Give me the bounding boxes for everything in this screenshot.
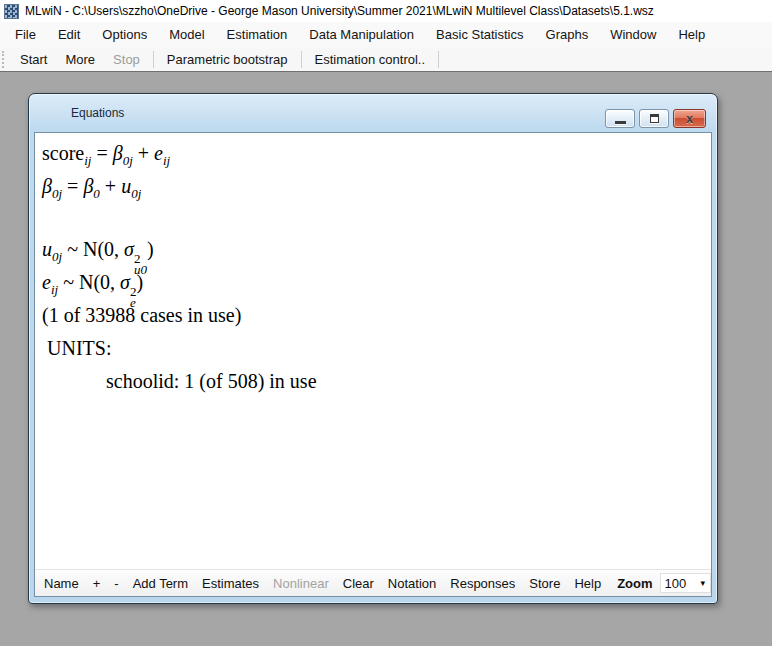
plus-button[interactable]: + <box>86 573 108 594</box>
equation-spacer <box>42 203 711 233</box>
eq-subscript: ij <box>163 153 170 168</box>
eq-term: e <box>154 142 163 164</box>
window-controls: x <box>605 109 706 128</box>
eq-term: β <box>113 142 123 164</box>
notation-button[interactable]: Notation <box>381 573 443 594</box>
menu-basic-statistics[interactable]: Basic Statistics <box>425 24 534 45</box>
eq-operator: + <box>100 175 121 197</box>
cases-in-use-text: (1 of 33988 cases in use) <box>42 299 711 332</box>
add-term-button[interactable]: Add Term <box>126 573 195 594</box>
eq-operator: + <box>133 142 154 164</box>
close-button[interactable]: x <box>673 109 706 128</box>
parametric-bootstrap-button[interactable]: Parametric bootstrap <box>158 49 297 70</box>
chevron-down-icon: ▾ <box>700 579 705 588</box>
eq-paren: ) <box>136 271 143 293</box>
name-button[interactable]: Name <box>37 573 86 594</box>
stop-button[interactable]: Stop <box>104 49 149 70</box>
toolbar-separator <box>153 51 154 68</box>
toolbar-grip-icon[interactable] <box>2 51 7 68</box>
toolbar-separator <box>438 51 439 68</box>
app-titlebar: MLwiN - C:\Users\szzho\OneDrive - George… <box>0 0 772 22</box>
app-icon <box>4 4 19 19</box>
zoom-value: 100 <box>665 576 687 591</box>
estimation-control-button[interactable]: Estimation control.. <box>306 49 435 70</box>
clear-button[interactable]: Clear <box>336 573 381 594</box>
menu-data-manipulation[interactable]: Data Manipulation <box>298 24 425 45</box>
app-title: MLwiN - C:\Users\szzho\OneDrive - George… <box>25 4 654 18</box>
eq-term: β <box>42 175 52 197</box>
equations-window: Equations x scoreij = β0j + eij β0j = β0… <box>28 93 718 604</box>
mdi-client-area: Equations x scoreij = β0j + eij β0j = β0… <box>0 73 772 646</box>
start-button[interactable]: Start <box>11 49 56 70</box>
estimation-toolbar: Start More Stop Parametric bootstrap Est… <box>0 47 772 72</box>
eq-subscript: 0j <box>52 186 62 201</box>
menu-model[interactable]: Model <box>158 24 215 45</box>
eq-subscript: 0j <box>131 186 141 201</box>
menu-help[interactable]: Help <box>667 24 716 45</box>
eq-term: score <box>42 142 84 164</box>
toolbar-separator <box>301 51 302 68</box>
eq-term: e <box>42 271 51 293</box>
restore-button[interactable] <box>639 109 669 128</box>
eq-term: u <box>42 238 52 260</box>
zoom-combobox[interactable]: 100 ▾ <box>660 573 711 593</box>
menu-edit[interactable]: Edit <box>47 24 91 45</box>
eq-paren: ) <box>147 238 154 260</box>
eq-sigma: σ <box>124 238 134 260</box>
responses-button[interactable]: Responses <box>443 573 522 594</box>
menu-window[interactable]: Window <box>599 24 667 45</box>
eq-operator: = <box>62 175 83 197</box>
eq-term: β <box>83 175 93 197</box>
minimize-button[interactable] <box>605 109 635 128</box>
eq-sigma: σ <box>120 271 130 293</box>
equations-bottom-toolbar: Name + - Add Term Estimates Nonlinear Cl… <box>35 569 711 596</box>
help-button[interactable]: Help <box>567 573 608 594</box>
nonlinear-button[interactable]: Nonlinear <box>266 573 336 594</box>
menu-options[interactable]: Options <box>91 24 158 45</box>
eq-operator: ~ N(0, <box>58 271 120 293</box>
menu-file[interactable]: File <box>4 24 47 45</box>
eq-subscript: 0j <box>123 153 133 168</box>
store-button[interactable]: Store <box>522 573 567 594</box>
equation-response[interactable]: scoreij = β0j + eij <box>42 137 711 170</box>
equation-level2[interactable]: β0j = β0 + u0j <box>42 170 711 203</box>
menu-graphs[interactable]: Graphs <box>535 24 600 45</box>
eq-term: u <box>121 175 131 197</box>
estimates-button[interactable]: Estimates <box>195 573 266 594</box>
restore-icon <box>650 114 659 123</box>
eq-operator: ~ N(0, <box>62 238 124 260</box>
menubar: File Edit Options Model Estimation Data … <box>0 22 772 47</box>
zoom-label: Zoom <box>608 573 657 594</box>
minimize-icon <box>615 121 626 124</box>
minus-button[interactable]: - <box>107 573 125 594</box>
equations-window-titlebar[interactable]: Equations x <box>29 94 717 132</box>
menu-estimation[interactable]: Estimation <box>216 24 299 45</box>
eq-subscript: 0j <box>52 249 62 264</box>
equations-area: scoreij = β0j + eij β0j = β0 + u0j u0j ~… <box>35 133 711 398</box>
close-icon: x <box>686 113 693 125</box>
units-label: UNITS: <box>42 332 711 365</box>
equation-e-distribution[interactable]: eij ~ N(0, σ2e) <box>42 266 711 299</box>
units-detail-text: schoolid: 1 (of 508) in use <box>42 365 711 398</box>
equation-u-distribution[interactable]: u0j ~ N(0, σ2u0) <box>42 233 711 266</box>
more-button[interactable]: More <box>56 49 104 70</box>
equations-content: scoreij = β0j + eij β0j = β0 + u0j u0j ~… <box>34 132 712 597</box>
equations-window-title: Equations <box>71 106 124 120</box>
eq-operator: = <box>91 142 112 164</box>
